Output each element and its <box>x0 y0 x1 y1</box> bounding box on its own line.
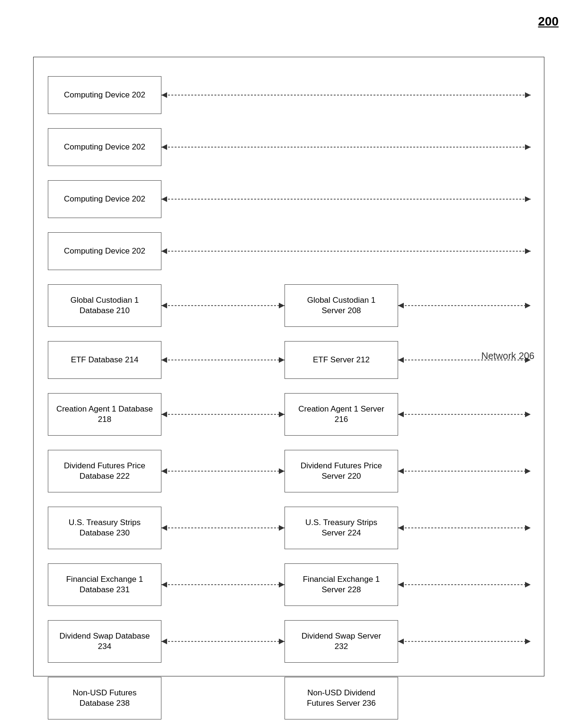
node-fedb: Financial Exchange 1Database 231 <box>48 563 161 606</box>
node-etfdb: ETF Database 214 <box>48 341 161 379</box>
node-cd2: Computing Device 202 <box>48 128 161 166</box>
node-etfs: ETF Server 212 <box>285 341 398 379</box>
node-dss: Dividend Swap Server232 <box>285 620 398 663</box>
network-label: Network 206 <box>481 351 534 361</box>
diagram-area: Computing Device 202Computing Device 202… <box>28 47 568 700</box>
node-dsdb: Dividend Swap Database234 <box>48 620 161 663</box>
node-tsdb: U.S. Treasury StripsDatabase 230 <box>48 507 161 549</box>
outer-border-box: Computing Device 202Computing Device 202… <box>33 57 544 676</box>
node-cd1: Computing Device 202 <box>48 76 161 114</box>
node-nudb: Non-USD FuturesDatabase 238 <box>48 677 161 719</box>
node-dfpdb: Dividend Futures PriceDatabase 222 <box>48 450 161 492</box>
diagram-number: 200 <box>538 14 559 29</box>
page: 200 Computing Device 202Computing Device… <box>0 0 587 728</box>
node-dfps: Dividend Futures PriceServer 220 <box>285 450 398 492</box>
node-cadb: Creation Agent 1 Database218 <box>48 393 161 436</box>
node-fes: Financial Exchange 1Server 228 <box>285 563 398 606</box>
node-cas: Creation Agent 1 Server216 <box>285 393 398 436</box>
node-gcdb: Global Custodian 1Database 210 <box>48 284 161 327</box>
node-gcs: Global Custodian 1Server 208 <box>285 284 398 327</box>
node-tss: U.S. Treasury StripsServer 224 <box>285 507 398 549</box>
node-cd3: Computing Device 202 <box>48 180 161 218</box>
node-cd4: Computing Device 202 <box>48 232 161 270</box>
node-nus: Non-USD DividendFutures Server 236 <box>285 677 398 719</box>
